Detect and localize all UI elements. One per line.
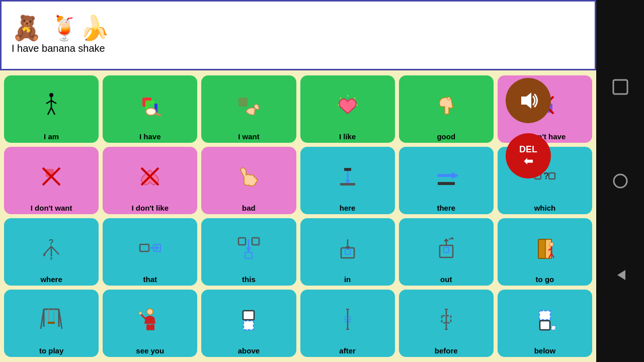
- svg-marker-45: [155, 245, 159, 250]
- svg-rect-82: [244, 321, 254, 330]
- svg-line-13: [340, 98, 341, 99]
- cell-bad[interactable]: bad: [201, 147, 296, 214]
- svg-line-5: [51, 108, 55, 115]
- here-icon: [335, 150, 360, 203]
- cell-label-to-go: to go: [536, 275, 554, 284]
- header-bar: 🧸 🍹🍌 I have banana shake: [0, 0, 596, 70]
- svg-line-3: [51, 101, 56, 104]
- cell-there[interactable]: there: [399, 147, 494, 214]
- cell-label-good: good: [437, 132, 455, 141]
- cell-label-which: which: [534, 204, 556, 212]
- cell-label-before: before: [435, 346, 458, 355]
- cell-i-have[interactable]: I have: [103, 75, 197, 143]
- svg-marker-42: [50, 257, 52, 260]
- header-content: 🧸 🍹🍌 I have banana shake: [12, 16, 585, 54]
- svg-rect-83: [243, 311, 254, 320]
- below-icon: [532, 293, 557, 345]
- svg-rect-11: [238, 98, 248, 107]
- cell-label-i-dont-like: I don't like: [131, 204, 169, 212]
- cell-label-out: out: [440, 275, 452, 284]
- bad-icon: [236, 150, 261, 203]
- grid-row-1: I am I have: [4, 75, 592, 143]
- cell-see-you[interactable]: see you: [103, 290, 197, 357]
- cell-before[interactable]: before: [399, 290, 494, 357]
- grid-row-3: ? where: [4, 218, 592, 286]
- android-square-button[interactable]: [608, 74, 633, 100]
- cell-label-that: that: [143, 275, 157, 284]
- grid-row-4: to play see you: [4, 290, 592, 357]
- cell-i-want[interactable]: I want: [201, 75, 296, 143]
- cell-label-this: this: [242, 275, 256, 284]
- good-icon: [434, 78, 459, 131]
- cell-to-play[interactable]: to play: [4, 290, 99, 357]
- del-label: DEL: [519, 144, 537, 155]
- speaker-button[interactable]: [506, 78, 551, 123]
- i-dont-want-icon: [39, 150, 64, 203]
- svg-line-2: [46, 101, 51, 104]
- del-button[interactable]: DEL ⬅: [506, 133, 551, 178]
- cell-to-go[interactable]: to go: [498, 218, 592, 286]
- cell-label-after: after: [339, 346, 356, 355]
- that-icon: [137, 221, 163, 274]
- svg-rect-47: [238, 238, 246, 245]
- cell-label-i-dont-want: I don't want: [31, 204, 72, 212]
- svg-point-10: [146, 108, 156, 115]
- svg-point-77: [147, 309, 153, 315]
- cell-label-there: there: [437, 204, 455, 212]
- svg-line-40: [51, 246, 59, 254]
- cell-label-here: here: [340, 204, 356, 212]
- this-icon: [236, 221, 261, 274]
- svg-point-17: [447, 97, 450, 100]
- svg-point-1: [49, 93, 53, 97]
- cell-below[interactable]: below: [498, 290, 592, 357]
- i-dont-like-icon: [137, 150, 163, 203]
- cell-label-i-like: I like: [339, 132, 356, 141]
- cell-after[interactable]: after: [300, 290, 395, 357]
- out-icon: [434, 221, 459, 274]
- android-home-button[interactable]: [608, 168, 633, 194]
- svg-rect-33: [438, 182, 455, 185]
- cell-where[interactable]: ? where: [4, 218, 99, 286]
- svg-marker-98: [617, 270, 625, 280]
- there-icon: [434, 150, 459, 203]
- i-like-icon: [335, 78, 360, 131]
- cell-in[interactable]: in: [300, 218, 395, 286]
- svg-rect-93: [540, 321, 550, 330]
- android-back-button[interactable]: [608, 262, 633, 288]
- svg-rect-30: [340, 183, 355, 186]
- see-you-icon: [137, 293, 163, 345]
- cell-this[interactable]: this: [201, 218, 296, 286]
- svg-marker-50: [246, 247, 251, 252]
- svg-line-14: [354, 98, 355, 99]
- svg-point-64: [549, 242, 553, 246]
- del-arrow: ⬅: [524, 155, 533, 168]
- svg-rect-96: [613, 80, 627, 94]
- cell-here[interactable]: here: [300, 147, 395, 214]
- android-panel: [596, 0, 644, 362]
- i-have-icon: [137, 78, 163, 131]
- cell-label-see-you: see you: [136, 346, 164, 355]
- cell-i-dont-want[interactable]: I don't want: [4, 147, 99, 214]
- before-icon: [434, 293, 459, 345]
- in-icon: [335, 221, 360, 274]
- cell-i-am[interactable]: I am: [4, 75, 99, 143]
- cell-that[interactable]: that: [103, 218, 197, 286]
- header-icon-1: 🧸: [12, 16, 42, 40]
- cell-i-dont-like[interactable]: I don't like: [103, 147, 197, 214]
- cell-good[interactable]: good: [399, 75, 494, 143]
- svg-rect-76: [48, 322, 55, 324]
- cell-label-in: in: [344, 275, 351, 284]
- svg-rect-43: [140, 244, 149, 251]
- cell-out[interactable]: out: [399, 218, 494, 286]
- cell-label-below: below: [534, 346, 556, 355]
- cell-above[interactable]: above: [201, 290, 296, 357]
- svg-marker-95: [521, 93, 531, 109]
- svg-marker-32: [452, 172, 459, 179]
- svg-rect-79: [150, 324, 154, 330]
- grid-row-2: I don't want I don't like: [4, 147, 592, 214]
- i-am-icon: [39, 78, 64, 131]
- svg-line-38: [44, 246, 51, 254]
- cell-i-like[interactable]: I like: [300, 75, 395, 143]
- svg-rect-78: [146, 324, 150, 330]
- svg-rect-94: [551, 326, 555, 330]
